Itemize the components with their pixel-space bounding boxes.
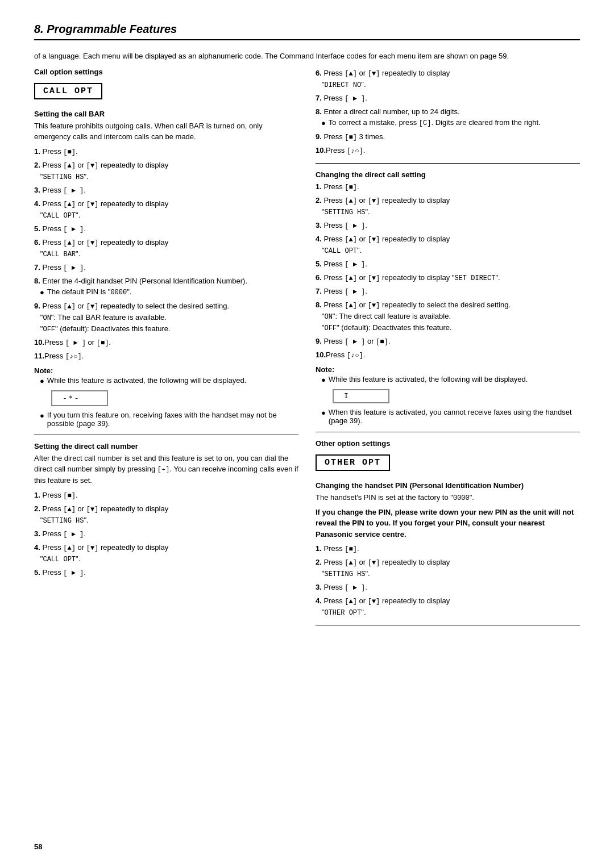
step-cd-5: 5. Press [ ► ]. <box>316 258 580 270</box>
step-direct-1: 1. Press [■]. <box>34 490 298 501</box>
step-cd-4: 4. Press [▲] or [▼] repeatedly to displa… <box>316 233 580 256</box>
steps-changing-direct: 1. Press [■]. 2. Press [▲] or [▼] repeat… <box>316 181 580 361</box>
steps-pin: 1. Press [■]. 2. Press [▲] or [▼] repeat… <box>316 543 580 618</box>
step-cd-9: 9. Press [ ► ] or [■]. <box>316 336 580 347</box>
steps-direct: 1. Press [■]. 2. Press [▲] or [▼] repeat… <box>34 490 298 578</box>
step-bar-1: 1. Press [■]. <box>34 146 298 157</box>
step-bar-4: 4. Press [▲] or [▼] repeatedly to displa… <box>34 198 298 221</box>
step-cd-6: 6. Press [▲] or [▼] repeatedly to displa… <box>316 272 580 283</box>
steps-direct-cont: 6. Press [▲] or [▼] repeatedly to displa… <box>316 68 580 156</box>
step-cd-7: 7. Press [ ► ]. <box>316 286 580 297</box>
step-pin-1: 1. Press [■]. <box>316 543 580 554</box>
step-bar-9: 9. Press [▲] or [▼] repeatedly to select… <box>34 301 298 335</box>
right-column: 6. Press [▲] or [▼] repeatedly to displa… <box>316 68 580 633</box>
step-direct-cont-8: 8. Enter a direct call number, up to 24 … <box>316 106 580 129</box>
changing-pin-title: Changing the handset PIN (Personal Ident… <box>316 481 580 490</box>
two-column-layout: Call option settings CALL OPT Setting th… <box>34 68 580 633</box>
setting-call-bar-title: Setting the call BAR <box>34 110 298 118</box>
step-bar-2: 2. Press [▲] or [▼] repeatedly to displa… <box>34 160 298 182</box>
step-cd-3: 3. Press [ ► ]. <box>316 220 580 231</box>
page-number: 58 <box>34 842 42 851</box>
step-cd-8: 8. Press [▲] or [▼] repeatedly to select… <box>316 299 580 333</box>
chapter-title: 8. Programmable Features <box>34 23 580 40</box>
call-option-settings-label: Call option settings <box>34 68 298 76</box>
step-bar-6: 6. Press [▲] or [▼] repeatedly to displa… <box>34 237 298 260</box>
pin-desc-bold: If you change the PIN, please write down… <box>316 507 580 540</box>
intro-text: of a language. Each menu will be display… <box>34 51 580 62</box>
divider-1 <box>34 435 298 435</box>
step-direct-3: 3. Press [ ► ]. <box>34 528 298 540</box>
divider-3 <box>316 432 580 432</box>
step-bar-7: 7. Press [ ► ]. <box>34 262 298 273</box>
step-bar-8-bullet: ● The default PIN is "0000". <box>40 286 298 298</box>
step-pin-3: 3. Press [ ► ]. <box>316 582 580 593</box>
step-bar-3: 3. Press [ ► ]. <box>34 185 298 196</box>
pin-desc1: The handset's PIN is set at the factory … <box>316 492 580 503</box>
step-direct-cont-8-bullet: ● To correct a mistake, press [C]. Digit… <box>321 117 580 129</box>
divider-2 <box>316 163 580 164</box>
note-direct-label: Note: <box>316 365 580 374</box>
step-bar-10: 10.Press [ ► ] or [■]. <box>34 337 298 348</box>
setting-call-bar-desc: This feature prohibits outgoing calls. W… <box>34 120 298 143</box>
step-pin-4: 4. Press [▲] or [▼] repeatedly to displa… <box>316 595 580 618</box>
step-cd-10: 10.Press [♪○]. <box>316 349 580 361</box>
step-cd-2: 2. Press [▲] or [▼] repeatedly to displa… <box>316 195 580 218</box>
step-direct-4: 4. Press [▲] or [▼] repeatedly to displa… <box>34 542 298 565</box>
step-direct-2: 2. Press [▲] or [▼] repeatedly to displa… <box>34 503 298 526</box>
step-direct-cont-10: 10.Press [♪○]. <box>316 145 580 156</box>
note-bar-bullet2: ● If you turn this feature on, receiving… <box>40 411 298 428</box>
changing-direct-title: Changing the direct call setting <box>316 170 580 179</box>
left-column: Call option settings CALL OPT Setting th… <box>34 68 298 633</box>
divider-4 <box>316 625 580 625</box>
note-direct-bullet2: ● When this feature is activated, you ca… <box>321 408 580 425</box>
other-option-settings-label: Other option settings <box>316 439 580 448</box>
lcd-display-direct: I <box>333 389 389 403</box>
step-direct-cont-7: 7. Press [ ► ]. <box>316 93 580 104</box>
note-bar-label: Note: <box>34 366 298 375</box>
setting-direct-call-title: Setting the direct call number <box>34 442 298 450</box>
step-bar-11: 11.Press [♪○]. <box>34 350 298 362</box>
note-direct-bullet1: ● While this feature is activated, the f… <box>321 375 580 384</box>
step-bar-5: 5. Press [ ► ]. <box>34 223 298 235</box>
step-direct-cont-6: 6. Press [▲] or [▼] repeatedly to displa… <box>316 68 580 90</box>
steps-bar: 1. Press [■]. 2. Press [▲] or [▼] repeat… <box>34 146 298 362</box>
direct-call-desc: After the direct call number is set and … <box>34 453 298 486</box>
step-pin-2: 2. Press [▲] or [▼] repeatedly to displa… <box>316 557 580 579</box>
lcd-display-bar: -＊- <box>51 390 108 406</box>
step-direct-5: 5. Press [ ► ]. <box>34 567 298 578</box>
other-opt-lcd: OTHER OPT <box>316 454 390 471</box>
step-bar-8: 8. Enter the 4-digit handset PIN (Person… <box>34 276 298 298</box>
step-cd-1: 1. Press [■]. <box>316 181 580 193</box>
step-direct-cont-9: 9. Press [■] 3 times. <box>316 131 580 143</box>
page: 8. Programmable Features of a language. … <box>0 0 614 868</box>
note-bar-bullet1: ● While this feature is activated, the f… <box>40 376 298 385</box>
call-opt-lcd: CALL OPT <box>34 83 102 99</box>
